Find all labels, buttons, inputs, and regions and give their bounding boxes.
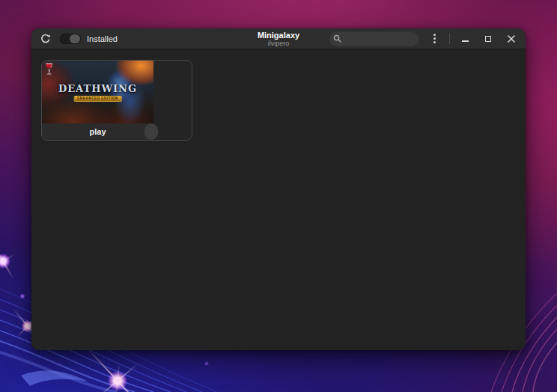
installed-toggle[interactable] (60, 34, 81, 44)
maximize-icon (485, 36, 491, 42)
search-box[interactable] (329, 31, 419, 46)
window-subtitle: ilvipero (268, 40, 290, 47)
menu-button[interactable] (426, 31, 442, 47)
play-bar-cap (144, 123, 158, 140)
wine-icon (44, 63, 54, 76)
window-title: Minigalaxy (258, 31, 299, 40)
game-card[interactable]: DEATHWING ENHANCED EDITION play (41, 60, 192, 141)
refresh-button[interactable] (37, 31, 54, 47)
kebab-menu-icon (433, 34, 436, 43)
search-icon (333, 34, 341, 43)
maximize-button[interactable] (480, 31, 496, 47)
header-separator (449, 33, 450, 44)
header-right-controls (329, 31, 520, 47)
refresh-icon (40, 34, 51, 44)
library-content: DEATHWING ENHANCED EDITION play (31, 49, 526, 349)
search-input[interactable] (344, 34, 415, 43)
minimize-button[interactable] (457, 31, 473, 47)
game-cover-title: DEATHWING (42, 83, 153, 94)
toggle-knob (70, 34, 80, 43)
close-icon (508, 35, 515, 43)
play-button[interactable]: play (42, 123, 153, 140)
game-cover-art[interactable]: DEATHWING ENHANCED EDITION (42, 61, 153, 124)
installed-label: Installed (87, 34, 118, 43)
minigalaxy-window: Installed Minigalaxy ilvipero (31, 28, 526, 350)
headerbar: Installed Minigalaxy ilvipero (31, 28, 526, 49)
close-button[interactable] (503, 31, 520, 47)
game-cover-edition: ENHANCED EDITION (73, 96, 122, 102)
play-label: play (89, 127, 106, 136)
minimize-icon (462, 40, 469, 42)
